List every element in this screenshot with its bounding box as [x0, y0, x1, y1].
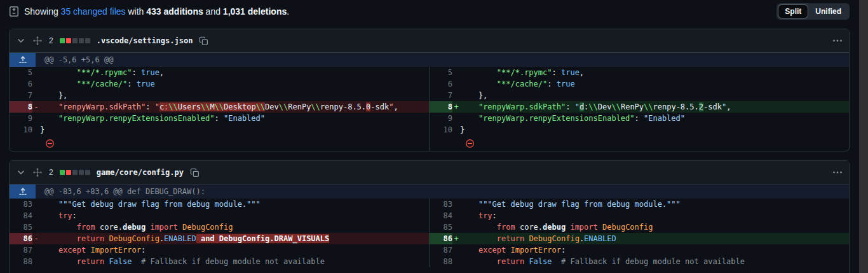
code-line: return DebugConfig.ENABLED — [460, 233, 849, 244]
diff-line-row: 87 except ImportError:87 except ImportEr… — [10, 244, 849, 256]
code-token: " — [575, 102, 580, 111]
code-token: \\ — [588, 102, 597, 111]
code-line: """Get debug draw flag from debug module… — [40, 199, 429, 210]
code-token — [40, 257, 77, 266]
line-number[interactable]: 6 — [430, 78, 452, 90]
file-options-button[interactable] — [832, 36, 843, 46]
code-token: from — [497, 223, 515, 232]
expand-hunk-button[interactable] — [10, 185, 36, 199]
code-line: "renpyWarp.renpyExtensionsEnabled": "Ena… — [460, 113, 849, 124]
code-token — [40, 211, 58, 220]
code-token: return — [497, 257, 524, 266]
line-number[interactable]: 84 — [10, 210, 32, 221]
code-token: DebugConfig — [109, 234, 159, 243]
clipped-content — [10, 267, 849, 273]
line-number[interactable]: 9 — [10, 113, 32, 124]
code-token: \\ — [611, 102, 620, 111]
collapse-file-button[interactable] — [16, 167, 26, 178]
context-line: 5 "**/*.rpymc": true, — [10, 67, 430, 78]
line-number[interactable]: 87 — [430, 244, 452, 256]
code-line: return False # Fallback if debug module … — [40, 256, 429, 267]
diffstat-square-neutral — [85, 170, 90, 175]
drag-handle-icon[interactable] — [32, 167, 43, 178]
file-header: 2 .vscode/settings.json — [10, 29, 849, 53]
vertical-scrollbar[interactable] — [859, 0, 868, 273]
line-number[interactable]: 5 — [430, 67, 452, 78]
split-view-button[interactable]: Split — [778, 4, 808, 18]
line-number[interactable]: 5 — [10, 67, 32, 78]
line-number[interactable]: 7 — [430, 90, 452, 101]
line-number[interactable]: 9 — [430, 113, 452, 124]
expand-hunk-button[interactable] — [10, 53, 36, 67]
file-name[interactable]: game/core/config.py — [97, 168, 184, 177]
line-number[interactable]: 88 — [430, 256, 452, 267]
diff-body: 5 "**/*.rpymc": true,5 "**/*.rpymc": tru… — [10, 67, 849, 151]
unified-view-button[interactable]: Unified — [808, 4, 848, 18]
changed-lines-count: 2 — [49, 168, 53, 177]
diff-marker — [32, 221, 40, 233]
diff-line-row: 83 """Get debug draw flag from debug mod… — [10, 199, 849, 210]
line-number[interactable]: 7 — [10, 90, 32, 101]
context-line: 88 return False # Fallback if debug modu… — [430, 256, 849, 267]
code-token: except — [58, 246, 86, 255]
code-token — [40, 223, 77, 232]
code-token — [460, 102, 478, 111]
code-token: , — [393, 102, 398, 111]
file-name[interactable]: .vscode/settings.json — [97, 36, 193, 45]
line-number[interactable]: 84 — [430, 210, 452, 221]
code-token: -sdk — [703, 102, 722, 111]
line-number[interactable]: 83 — [430, 199, 452, 210]
code-token: renpy-8.5. — [320, 102, 366, 111]
diff-line-row: 10}10} — [10, 124, 849, 136]
diff-summary-bar: Showing 35 changed files with 433 additi… — [0, 0, 868, 23]
diff-marker — [32, 244, 40, 256]
line-number[interactable]: 10 — [430, 124, 452, 136]
diff-marker — [452, 78, 460, 90]
diff-marker — [32, 124, 40, 136]
code-token: , — [726, 102, 731, 111]
copy-path-button[interactable] — [199, 36, 208, 46]
file-options-button[interactable] — [832, 167, 843, 178]
copy-path-button[interactable] — [190, 168, 200, 178]
code-token: 2 — [699, 102, 703, 111]
code-token: , — [159, 68, 164, 77]
line-number[interactable]: 8 — [10, 101, 32, 113]
context-line: 10} — [430, 124, 849, 136]
file-header: 2 game/core/config.py — [10, 161, 849, 185]
code-token: true — [561, 68, 580, 77]
code-token: "renpyWarp.renpyExtensionsEnabled" — [478, 114, 635, 123]
code-token: "Enabled" — [644, 114, 685, 123]
code-token: \\ — [311, 102, 320, 111]
code-token: -sdk — [370, 102, 389, 111]
context-line: 7 }, — [430, 90, 849, 101]
code-token: and — [201, 234, 215, 243]
code-token — [460, 211, 478, 220]
code-token: }, — [460, 91, 487, 100]
no-newline-cell — [10, 136, 430, 151]
code-token: : — [141, 246, 146, 255]
context-line: 10} — [10, 124, 430, 136]
line-number[interactable]: 6 — [10, 78, 32, 90]
line-number[interactable]: 86 — [10, 233, 32, 244]
diff-line-row: 88 return False # Fallback if debug modu… — [10, 256, 849, 267]
collapse-file-button[interactable] — [16, 36, 26, 46]
line-number[interactable]: 10 — [10, 124, 32, 136]
line-number[interactable]: 86 — [430, 233, 452, 244]
line-number[interactable]: 8 — [430, 101, 452, 113]
copy-icon — [199, 36, 208, 46]
code-token: DebugConfig — [182, 223, 233, 232]
changed-files-link[interactable]: 35 changed files — [61, 6, 126, 17]
line-number[interactable]: 85 — [430, 221, 452, 233]
diff-marker: + — [452, 101, 460, 113]
line-number[interactable]: 83 — [10, 199, 32, 210]
diff-marker — [452, 113, 460, 124]
line-number[interactable]: 85 — [10, 221, 32, 233]
line-number[interactable]: 88 — [10, 256, 32, 267]
code-token: RenPy — [288, 102, 311, 111]
drag-handle-icon[interactable] — [32, 36, 43, 46]
line-number[interactable]: 87 — [10, 244, 32, 256]
diff-line-row: 9 "renpyWarp.renpyExtensionsEnabled": "E… — [10, 113, 849, 124]
code-line: except ImportError: — [40, 244, 429, 256]
code-token: return — [77, 257, 104, 266]
code-token: true — [137, 80, 155, 88]
